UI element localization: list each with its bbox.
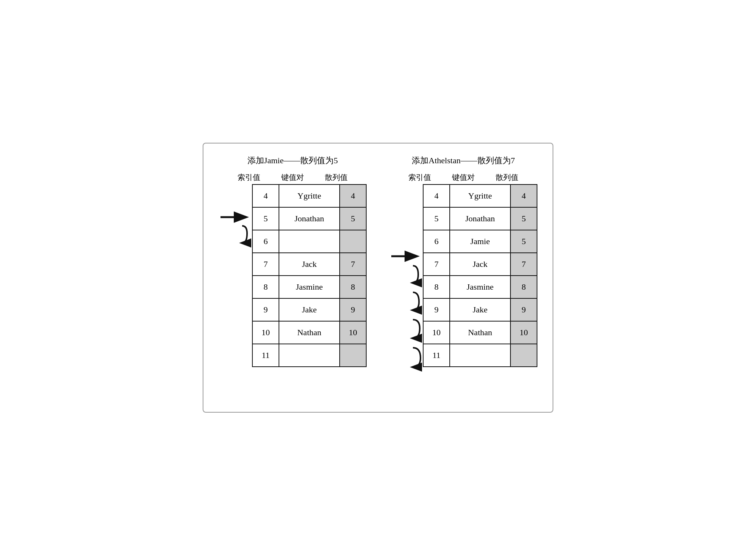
right-col-index: 索引值 <box>406 172 433 183</box>
index-cell: 4 <box>252 184 279 207</box>
left-col-hash: 散列值 <box>323 172 350 183</box>
table-row: 7Jack7 <box>423 253 537 276</box>
right-table-wrapper: 4Ygritte45Jonathan56Jamie57Jack78Jasmine… <box>389 184 537 397</box>
table-row: 10Nathan10 <box>252 321 366 344</box>
right-col-hash: 散列值 <box>494 172 520 183</box>
table-row: 10Nathan10 <box>423 321 537 344</box>
index-cell: 10 <box>423 321 450 344</box>
key-cell: Nathan <box>450 321 510 344</box>
key-cell: Jonathan <box>279 207 340 230</box>
hash-cell: 4 <box>340 184 366 207</box>
index-cell: 7 <box>252 253 279 276</box>
index-cell: 11 <box>423 344 450 367</box>
table-row: 9Jake9 <box>252 298 366 321</box>
hash-cell: 9 <box>340 298 366 321</box>
table-row: 9Jake9 <box>423 298 537 321</box>
left-col-index: 索引值 <box>236 172 262 183</box>
index-cell: 8 <box>252 276 279 298</box>
key-cell: Ygritte <box>279 184 340 207</box>
index-cell: 6 <box>423 230 450 253</box>
table-row: 4Ygritte4 <box>423 184 537 207</box>
hash-cell <box>510 344 537 367</box>
index-cell: 5 <box>423 207 450 230</box>
hash-cell: 5 <box>340 207 366 230</box>
table-row: 5Jonathan5 <box>252 207 366 230</box>
key-cell: Ygritte <box>450 184 510 207</box>
key-cell: Jack <box>450 253 510 276</box>
right-hash-table: 4Ygritte45Jonathan56Jamie57Jack78Jasmine… <box>423 184 537 367</box>
key-cell: Jack <box>279 253 340 276</box>
index-cell: 6 <box>252 230 279 253</box>
key-cell: Nathan <box>279 321 340 344</box>
left-panel: 添加Jamie——散列值为5 索引值 键值对 散列值 <box>219 155 367 367</box>
index-cell: 10 <box>252 321 279 344</box>
key-cell <box>279 344 340 367</box>
hash-cell: 4 <box>510 184 537 207</box>
key-cell <box>279 230 340 253</box>
key-cell: Jonathan <box>450 207 510 230</box>
hash-cell: 7 <box>510 253 537 276</box>
table-row: 8Jasmine8 <box>252 276 366 298</box>
right-col-headers: 索引值 键值对 散列值 <box>406 172 520 183</box>
hash-cell: 10 <box>510 321 537 344</box>
left-arrows-svg <box>219 205 249 281</box>
hash-cell: 8 <box>510 276 537 298</box>
table-row: 11 <box>423 344 537 367</box>
table-row: 6 <box>252 230 366 253</box>
hash-cell: 10 <box>340 321 366 344</box>
left-hash-table: 4Ygritte45Jonathan567Jack78Jasmine89Jake… <box>252 184 367 367</box>
table-row: 8Jasmine8 <box>423 276 537 298</box>
key-cell: Jake <box>279 298 340 321</box>
left-col-headers: 索引值 键值对 散列值 <box>236 172 350 183</box>
table-row: 7Jack7 <box>252 253 366 276</box>
hash-cell: 8 <box>340 276 366 298</box>
right-col-key: 键值对 <box>433 172 494 183</box>
right-panel: 添加Athelstan——散列值为7 索引值 键值对 散列值 <box>389 155 537 397</box>
hash-cell <box>340 230 366 253</box>
table-row: 11 <box>252 344 366 367</box>
key-cell: Jamie <box>450 230 510 253</box>
key-cell: Jake <box>450 298 510 321</box>
index-cell: 8 <box>423 276 450 298</box>
hash-cell: 7 <box>340 253 366 276</box>
key-cell: Jasmine <box>279 276 340 298</box>
key-cell <box>450 344 510 367</box>
hash-cell <box>340 344 366 367</box>
table-row: 6Jamie5 <box>423 230 537 253</box>
hash-cell: 5 <box>510 230 537 253</box>
index-cell: 4 <box>423 184 450 207</box>
right-arrows-svg <box>389 252 420 397</box>
index-cell: 9 <box>423 298 450 321</box>
index-cell: 7 <box>423 253 450 276</box>
left-table-wrapper: 4Ygritte45Jonathan567Jack78Jasmine89Jake… <box>219 184 367 367</box>
index-cell: 11 <box>252 344 279 367</box>
key-cell: Jasmine <box>450 276 510 298</box>
right-title: 添加Athelstan——散列值为7 <box>412 155 515 166</box>
main-container: 添加Jamie——散列值为5 索引值 键值对 散列值 <box>203 143 553 413</box>
index-cell: 9 <box>252 298 279 321</box>
hash-cell: 9 <box>510 298 537 321</box>
index-cell: 5 <box>252 207 279 230</box>
table-row: 5Jonathan5 <box>423 207 537 230</box>
left-col-key: 键值对 <box>262 172 323 183</box>
table-row: 4Ygritte4 <box>252 184 366 207</box>
left-title: 添加Jamie——散列值为5 <box>247 155 338 166</box>
hash-cell: 5 <box>510 207 537 230</box>
